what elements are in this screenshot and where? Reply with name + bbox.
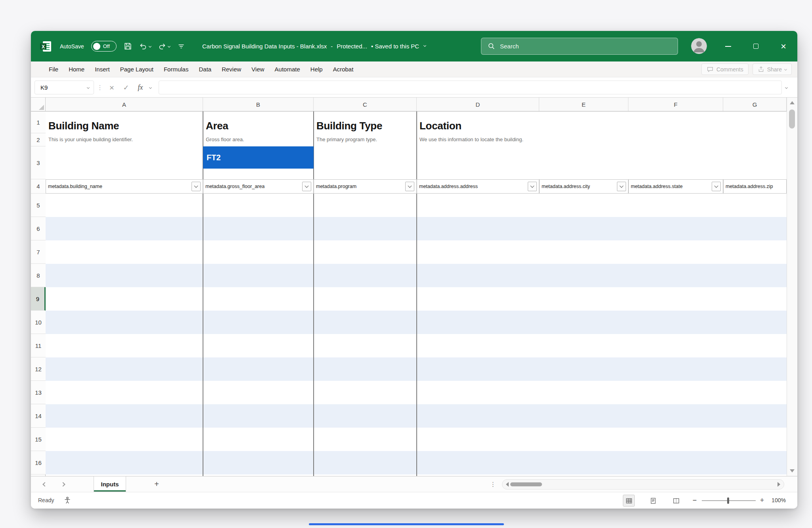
excel-logo-icon[interactable]: X bbox=[39, 40, 53, 53]
scroll-down-button[interactable] bbox=[787, 466, 797, 476]
row-header-13[interactable]: 13 bbox=[31, 381, 46, 404]
menu-formulas[interactable]: Formulas bbox=[159, 66, 194, 73]
menu-help[interactable]: Help bbox=[305, 66, 328, 73]
cell-location-title[interactable]: Location bbox=[419, 120, 462, 132]
name-box[interactable]: K9 bbox=[34, 81, 94, 94]
row-header-5[interactable]: 5 bbox=[31, 194, 46, 217]
horizontal-scroll-thumb[interactable] bbox=[510, 482, 542, 486]
next-sheet-button[interactable] bbox=[59, 476, 67, 492]
menu-acrobat[interactable]: Acrobat bbox=[328, 66, 359, 73]
menu-view[interactable]: View bbox=[246, 66, 269, 73]
row-header-12[interactable]: 12 bbox=[31, 357, 46, 381]
field-cell-building-name[interactable]: metadata.building_name bbox=[46, 179, 203, 194]
normal-view-button[interactable] bbox=[623, 495, 635, 507]
zoom-in-button[interactable]: + bbox=[759, 492, 765, 509]
customize-toolbar-icon[interactable] bbox=[177, 42, 185, 50]
dropdown-button[interactable] bbox=[617, 182, 626, 191]
cell-area-title[interactable]: Area bbox=[206, 120, 228, 132]
field-cell-city[interactable]: metadata.address.city bbox=[539, 179, 628, 194]
undo-icon[interactable] bbox=[139, 42, 151, 50]
row-header-6[interactable]: 6 bbox=[31, 217, 46, 240]
menu-page-layout[interactable]: Page Layout bbox=[115, 66, 159, 73]
zoom-out-button[interactable]: − bbox=[691, 492, 698, 509]
row-header-11[interactable]: 11 bbox=[31, 334, 46, 357]
row-header-16[interactable]: 16 bbox=[31, 451, 46, 474]
field-cell-zip[interactable]: metadata.address.zip bbox=[723, 179, 787, 194]
saved-status[interactable]: • Saved to this PC bbox=[371, 43, 419, 50]
column-header-a[interactable]: A bbox=[46, 98, 203, 111]
cancel-icon[interactable]: × bbox=[106, 77, 117, 98]
sheet-tab-inputs[interactable]: Inputs bbox=[94, 476, 126, 492]
dropdown-button[interactable] bbox=[192, 182, 201, 191]
cell-location-subtitle[interactable]: We use this information to locate the bu… bbox=[419, 136, 523, 142]
function-chevron-icon[interactable] bbox=[149, 86, 152, 89]
zoom-slider-thumb[interactable] bbox=[727, 497, 729, 504]
name-box-options-icon[interactable]: ⋮ bbox=[97, 77, 103, 98]
field-cell-program[interactable]: metadata.program bbox=[314, 179, 417, 194]
scroll-left-icon[interactable] bbox=[506, 482, 509, 487]
field-cell-address[interactable]: metadata.address.address bbox=[417, 179, 539, 194]
vertical-scrollbar[interactable] bbox=[787, 98, 797, 476]
cell-building-type-subtitle[interactable]: The primary program type. bbox=[316, 136, 377, 142]
menu-automate[interactable]: Automate bbox=[270, 66, 305, 73]
title-chevron-icon[interactable] bbox=[423, 44, 426, 47]
close-button[interactable]: × bbox=[770, 31, 797, 61]
row-header-10[interactable]: 10 bbox=[31, 311, 46, 334]
zoom-slider[interactable] bbox=[702, 500, 756, 501]
row-header-3[interactable]: 3 bbox=[31, 146, 46, 179]
vertical-scroll-thumb[interactable] bbox=[789, 109, 795, 129]
horizontal-scrollbar[interactable] bbox=[502, 479, 784, 490]
row-header-14[interactable]: 14 bbox=[31, 404, 46, 428]
cell-ft2-highlighted[interactable]: FT2 bbox=[203, 146, 314, 169]
expand-formula-bar-icon[interactable] bbox=[785, 86, 788, 89]
dropdown-button[interactable] bbox=[405, 182, 414, 191]
autosave-toggle[interactable]: Off bbox=[91, 41, 117, 52]
menu-file[interactable]: File bbox=[44, 66, 63, 73]
prev-sheet-button[interactable] bbox=[41, 476, 48, 492]
search-box[interactable] bbox=[481, 38, 678, 55]
row-header-9-selected[interactable]: 9 bbox=[31, 287, 46, 311]
row-header-8[interactable]: 8 bbox=[31, 264, 46, 287]
select-all-corner[interactable] bbox=[31, 98, 46, 111]
dropdown-button[interactable] bbox=[528, 182, 537, 191]
formula-input[interactable] bbox=[159, 81, 782, 94]
scroll-right-icon[interactable] bbox=[778, 482, 780, 487]
search-input[interactable] bbox=[500, 43, 671, 50]
row-header-15[interactable]: 15 bbox=[31, 428, 46, 451]
share-button[interactable]: Share bbox=[753, 63, 792, 75]
cells-area[interactable]: Building Name This is your unique buildi… bbox=[46, 111, 787, 476]
row-header-7[interactable]: 7 bbox=[31, 240, 46, 264]
column-header-g[interactable]: G bbox=[723, 98, 787, 111]
cell-building-type-title[interactable]: Building Type bbox=[316, 120, 382, 132]
row-header-1[interactable]: 1 bbox=[31, 111, 46, 133]
column-header-e[interactable]: E bbox=[539, 98, 628, 111]
add-sheet-button[interactable]: + bbox=[152, 479, 161, 489]
tab-options-icon[interactable]: ⋮ bbox=[490, 476, 496, 492]
comments-button[interactable]: Comments bbox=[701, 63, 749, 75]
save-icon[interactable] bbox=[124, 42, 132, 50]
dropdown-button[interactable] bbox=[302, 182, 311, 191]
menu-home[interactable]: Home bbox=[63, 66, 90, 73]
cell-building-name-subtitle[interactable]: This is your unique building identifier. bbox=[48, 136, 133, 142]
column-header-f[interactable]: F bbox=[628, 98, 723, 111]
scroll-up-button[interactable] bbox=[787, 98, 797, 108]
dropdown-button[interactable] bbox=[712, 182, 721, 191]
field-cell-state[interactable]: metadata.address.state bbox=[628, 179, 723, 194]
enter-icon[interactable]: ✓ bbox=[121, 77, 132, 98]
maximize-button[interactable] bbox=[742, 31, 770, 61]
row-header-2[interactable]: 2 bbox=[31, 133, 46, 146]
column-header-d[interactable]: D bbox=[417, 98, 539, 111]
zoom-level[interactable]: 100% bbox=[768, 492, 790, 509]
redo-icon[interactable] bbox=[158, 42, 170, 50]
menu-review[interactable]: Review bbox=[216, 66, 246, 73]
column-header-b[interactable]: B bbox=[203, 98, 314, 111]
cell-area-subtitle[interactable]: Gross floor area. bbox=[206, 136, 244, 142]
minimize-button[interactable] bbox=[714, 31, 742, 61]
avatar[interactable] bbox=[691, 38, 707, 54]
cell-building-name-title[interactable]: Building Name bbox=[48, 120, 119, 132]
field-cell-gross-floor-area[interactable]: metadata.gross_floor_area bbox=[203, 179, 314, 194]
menu-insert[interactable]: Insert bbox=[90, 66, 115, 73]
column-header-c[interactable]: C bbox=[314, 98, 417, 111]
page-layout-view-button[interactable] bbox=[647, 495, 659, 507]
page-break-view-button[interactable] bbox=[670, 495, 682, 507]
